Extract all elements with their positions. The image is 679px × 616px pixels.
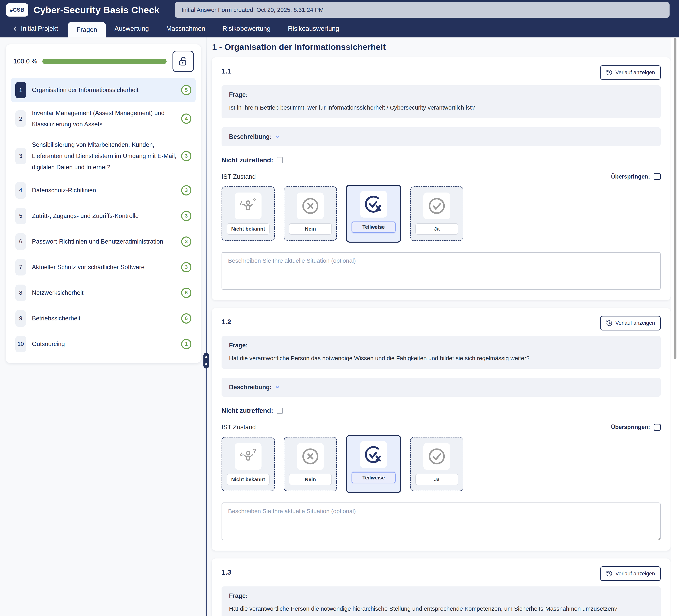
svg-text:¿: ¿ — [240, 450, 243, 456]
skip-label: Überspringen: — [611, 424, 650, 430]
skip-checkbox[interactable] — [654, 424, 661, 431]
project-badge: #CSB — [6, 3, 28, 17]
main-nav: Initial Projekt FragenAuswertungMassnahm… — [0, 20, 679, 37]
ist-zustand-label: IST Zustand — [222, 173, 256, 180]
tab-risikobewertung[interactable]: Risikobewertung — [214, 20, 279, 37]
sidebar-item-number: 7 — [15, 259, 26, 276]
sidebar-item-count-badge: 5 — [181, 85, 191, 95]
sidebar-item-2[interactable]: 2 Inventar Management (Assest Management… — [11, 103, 196, 134]
back-link-initial-projekt[interactable]: Initial Projekt — [12, 20, 58, 37]
ist-zustand-row: IST Zustand Überspringen: — [222, 173, 661, 180]
answer-option-teilweise[interactable]: Teilweise — [346, 435, 401, 493]
section-title: 1 - Organisation der Informationssicherh… — [212, 42, 671, 52]
answer-option-label: Nicht bekannt — [227, 223, 269, 235]
question-panel: 1 - Organisation der Informationssicherh… — [212, 37, 671, 616]
created-info-banner: Initial Answer Form created: Oct 20, 202… — [175, 2, 670, 18]
sidebar-item-label: Passwort-Richtlinien und Benutzeradminis… — [32, 236, 177, 247]
tab-risikoauswertung[interactable]: Risikoauswertung — [279, 20, 348, 37]
history-button[interactable]: Verlauf anzeigen — [600, 65, 661, 80]
skip-checkbox[interactable] — [654, 173, 661, 180]
scrollbar-thumb[interactable] — [674, 38, 676, 359]
sidebar-item-6[interactable]: 6 Passwort-Richtlinien und Benutzeradmin… — [11, 229, 196, 254]
sidebar-item-number: 1 — [15, 82, 26, 98]
question-box: Frage: Hat die verantwortliche Person di… — [222, 586, 661, 616]
circle-check-icon — [423, 443, 450, 470]
answer-option-label: Teilweise — [352, 221, 396, 233]
sidebar-item-count-badge: 6 — [181, 288, 191, 298]
description-label: Beschreibung: — [229, 133, 272, 140]
panel-divider — [205, 37, 207, 616]
sidebar-item-count-badge: 1 — [181, 339, 191, 349]
progress-row: 100.0 % — [11, 50, 196, 72]
sidebar-item-3[interactable]: 3 Sensibilisierung von Mitarbeitenden, K… — [11, 135, 196, 177]
answer-option-label: Nein — [289, 223, 332, 235]
header: #CSB Cyber-Security Basis Check Initial … — [0, 0, 679, 20]
question-box: Frage: Hat die verantwortliche Person da… — [222, 336, 661, 369]
tab-fragen[interactable]: Fragen — [68, 22, 106, 37]
sidebar-item-number: 6 — [15, 233, 26, 250]
app-window: #CSB Cyber-Security Basis Check Initial … — [0, 0, 679, 616]
answer-option-nein[interactable]: Nein — [284, 186, 337, 241]
sidebar-item-label: Outsourcing — [32, 338, 177, 349]
question-card-header: 1.2 Verlauf anzeigen — [222, 316, 661, 331]
nav-tabs: FragenAuswertungMassnahmenRisikobewertun… — [68, 20, 348, 37]
sidebar-item-10[interactable]: 10 Outsourcing 1 — [11, 332, 196, 356]
answer-option-label: Ja — [415, 223, 458, 235]
not-applicable-checkbox[interactable] — [277, 157, 283, 163]
question-text: Ist in Ihrem Betrieb bestimmt, wer für I… — [229, 103, 653, 112]
sidebar-item-1[interactable]: 1 Organisation der Informationssicherhei… — [11, 78, 196, 102]
description-accordion[interactable]: Beschreibung: — [222, 127, 661, 146]
skip-wrap: Überspringen: — [611, 424, 661, 431]
history-button[interactable]: Verlauf anzeigen — [600, 566, 661, 581]
sidebar-item-count-badge: 3 — [181, 262, 191, 272]
sidebar: 100.0 % 1 Organisation der Informationss… — [6, 44, 201, 363]
circle-check-x-icon — [360, 441, 387, 468]
answer-option-ja[interactable]: Ja — [410, 437, 463, 491]
answer-option-label: Nein — [289, 474, 332, 485]
answer-options: ¿?Nicht bekanntNeinTeilweiseJa — [222, 185, 661, 243]
not-applicable-checkbox[interactable] — [277, 408, 283, 414]
tab-auswertung[interactable]: Auswertung — [106, 20, 157, 37]
sidebar-item-9[interactable]: 9 Betriebssicherheit 6 — [11, 306, 196, 331]
answer-option-nicht-bekannt[interactable]: ¿?Nicht bekannt — [222, 437, 275, 491]
question-number: 1.1 — [222, 65, 231, 75]
chevron-left-icon — [12, 25, 19, 32]
answer-option-ja[interactable]: Ja — [410, 186, 463, 241]
answer-option-nein[interactable]: Nein — [284, 437, 337, 491]
question-card-1.3: 1.3 Verlauf anzeigen Frage: Hat die vera… — [212, 558, 671, 616]
circle-check-icon — [423, 192, 450, 219]
panel-resize-handle[interactable] — [203, 353, 209, 369]
sidebar-item-label: Netzwerksicherheit — [32, 287, 177, 298]
svg-text:?: ? — [253, 197, 256, 203]
answer-option-nicht-bekannt[interactable]: ¿?Nicht bekannt — [222, 186, 275, 241]
question-text: Hat die verantwortliche Person die notwe… — [229, 604, 653, 613]
description-accordion[interactable]: Beschreibung: — [222, 378, 661, 397]
sidebar-item-number: 9 — [15, 310, 26, 327]
chevron-down-icon — [274, 134, 281, 140]
situation-textarea[interactable] — [222, 252, 661, 290]
ist-zustand-label: IST Zustand — [222, 424, 256, 431]
question-number: 1.3 — [222, 566, 231, 576]
question-card-list: 1.1 Verlauf anzeigen Frage: Ist in Ihrem… — [212, 57, 671, 616]
not-applicable-row: Nicht zutreffend: — [222, 407, 661, 414]
sidebar-item-number: 10 — [15, 336, 26, 352]
sidebar-item-5[interactable]: 5 Zutritt-, Zugangs- und Zugriffs-Kontro… — [11, 204, 196, 228]
sidebar-item-4[interactable]: 4 Datenschutz-Richtlinien 3 — [11, 178, 196, 203]
answer-option-teilweise[interactable]: Teilweise — [346, 185, 401, 243]
back-link-label: Initial Projekt — [21, 25, 58, 32]
sidebar-item-label: Organisation der Informationssicherheit — [32, 84, 177, 96]
answer-option-label: Nicht bekannt — [227, 474, 269, 485]
history-button[interactable]: Verlauf anzeigen — [600, 316, 661, 331]
unlock-button[interactable] — [172, 51, 194, 72]
scrollbar-track[interactable] — [671, 37, 679, 616]
question-card-1.2: 1.2 Verlauf anzeigen Frage: Hat die vera… — [212, 308, 671, 551]
sidebar-item-7[interactable]: 7 Aktueller Schutz vor schädlicher Softw… — [11, 255, 196, 279]
situation-textarea[interactable] — [222, 502, 661, 540]
sidebar-item-8[interactable]: 8 Netzwerksicherheit 6 — [11, 281, 196, 305]
tab-massnahmen[interactable]: Massnahmen — [158, 20, 214, 37]
answer-options: ¿?Nicht bekanntNeinTeilweiseJa — [222, 435, 661, 493]
sidebar-item-number: 2 — [15, 110, 26, 127]
sidebar-item-number: 5 — [15, 208, 26, 224]
question-box: Frage: Ist in Ihrem Betrieb bestimmt, we… — [222, 85, 661, 118]
sidebar-item-label: Inventar Management (Assest Management) … — [32, 107, 177, 130]
